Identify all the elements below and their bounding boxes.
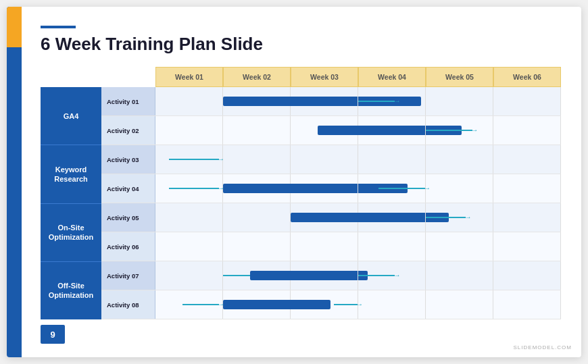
activity-row-3: Activity 03	[101, 145, 561, 174]
week-header-2: Week 02	[223, 67, 291, 87]
week-cell-7-4	[358, 261, 426, 290]
week-cell-3-4	[358, 145, 426, 174]
week-cell-6-4	[358, 232, 426, 261]
gantt-arrow-8a	[182, 304, 219, 305]
week-cell-5-4	[358, 203, 426, 232]
week-cell-3-2	[223, 145, 291, 174]
activity-row-2: Activity 02	[101, 116, 561, 145]
category-onsite: On-SiteOptimization	[41, 204, 101, 262]
week-cell-3-3	[291, 145, 358, 174]
week-cell-7-1	[155, 261, 223, 290]
activity-label-2: Activity 02	[101, 116, 155, 145]
week-cell-1-5	[426, 87, 493, 115]
activity-row-4: Activity 04	[101, 174, 561, 203]
week-cell-2-2	[223, 116, 291, 145]
activity-label-4: Activity 04	[101, 174, 155, 203]
week-cell-8-2	[223, 290, 291, 319]
activity-rows: Activity 01	[101, 87, 561, 319]
week-header-5: Week 05	[426, 67, 493, 87]
week-header-3: Week 03	[291, 67, 358, 87]
week-cell-5-6	[493, 203, 561, 232]
week-cell-7-5	[426, 261, 493, 290]
week-cell-8-5	[426, 290, 493, 319]
gantt-arrow-3	[169, 159, 219, 160]
page-number: 9	[41, 325, 65, 344]
week-cell-8-6	[493, 290, 561, 319]
week-cell-4-5	[426, 174, 493, 203]
gantt-arrow-1	[358, 101, 395, 102]
week-header-spacer	[101, 67, 155, 87]
content: 6 Week Training Plan Slide GA4 KeywordRe…	[22, 7, 581, 357]
week-cell-1-6	[493, 87, 561, 115]
week-cell-6-3	[291, 232, 358, 261]
week-cell-2-3	[291, 116, 358, 145]
week-cell-1-3	[291, 87, 358, 115]
week-cell-4-1	[155, 174, 223, 203]
week-cell-3-5	[426, 145, 493, 174]
activity-label-8: Activity 08	[101, 290, 155, 319]
title-underline	[41, 26, 76, 28]
category-spacer	[41, 67, 101, 87]
week-cell-3-6	[493, 145, 561, 174]
week-cell-5-3	[291, 203, 358, 232]
category-column: GA4 KeywordResearch On-SiteOptimization …	[41, 67, 101, 319]
activity-label-1: Activity 01	[101, 87, 155, 115]
left-bar	[7, 7, 22, 357]
activity-row-7: Activity 07	[101, 261, 561, 290]
week-cell-3-1	[155, 145, 223, 174]
gantt-arrow-4a	[169, 188, 219, 189]
left-bar-accent	[7, 7, 22, 47]
gantt-wrapper: GA4 KeywordResearch On-SiteOptimization …	[41, 67, 561, 319]
week-cell-6-6	[493, 232, 561, 261]
gantt-arrow-7b	[358, 275, 395, 276]
gantt-grid: Week 01 Week 02 Week 03 Week 04 Week 05 …	[101, 67, 561, 319]
activity-row-8: Activity 08	[101, 290, 561, 319]
slide-title: 6 Week Training Plan Slide	[41, 34, 561, 55]
week-cell-6-1	[155, 232, 223, 261]
gantt-arrow-7a	[223, 275, 250, 276]
week-cell-4-3	[291, 174, 358, 203]
week-cell-2-5	[426, 116, 493, 145]
week-cell-6-5	[426, 232, 493, 261]
week-cell-1-4	[358, 87, 426, 115]
activity-row-6: Activity 06	[101, 232, 561, 261]
week-cell-6-2	[223, 232, 291, 261]
activity-label-3: Activity 03	[101, 145, 155, 174]
week-cell-5-2	[223, 203, 291, 232]
gantt-arrow-4b	[378, 188, 425, 189]
week-cell-1-1	[155, 87, 223, 115]
activity-label-7: Activity 07	[101, 261, 155, 290]
category-offsite: Off-SiteOptimization	[41, 262, 101, 319]
week-cell-4-2	[223, 174, 291, 203]
gantt-arrow-2	[426, 130, 472, 131]
week-cell-8-3	[291, 290, 358, 319]
week-cell-5-5	[426, 203, 493, 232]
week-cell-7-3	[291, 261, 358, 290]
week-cell-7-2	[223, 261, 291, 290]
bottom-section: 9	[41, 325, 561, 344]
week-cell-5-1	[155, 203, 223, 232]
week-cell-2-1	[155, 116, 223, 145]
activity-row-1: Activity 01	[101, 87, 561, 116]
week-cell-7-6	[493, 261, 561, 290]
activity-label-6: Activity 06	[101, 232, 155, 261]
week-header-1: Week 01	[155, 67, 223, 87]
week-cell-2-6	[493, 116, 561, 145]
week-cell-2-4	[358, 116, 426, 145]
week-cell-8-1	[155, 290, 223, 319]
activity-label-5: Activity 05	[101, 203, 155, 232]
week-header-4: Week 04	[358, 67, 426, 87]
category-keyword: KeywordResearch	[41, 145, 101, 203]
slide: 6 Week Training Plan Slide GA4 KeywordRe…	[7, 7, 581, 357]
week-header-6: Week 06	[493, 67, 561, 87]
gantt-arrow-5	[426, 217, 466, 218]
gantt-arrow-8b	[334, 304, 358, 305]
category-ga4: GA4	[41, 87, 101, 145]
week-cell-1-2	[223, 87, 291, 115]
week-headers: Week 01 Week 02 Week 03 Week 04 Week 05 …	[101, 67, 561, 87]
title-section: 6 Week Training Plan Slide	[41, 26, 561, 55]
watermark: SLIDEMODEL.COM	[514, 344, 572, 350]
week-cell-8-4	[358, 290, 426, 319]
week-cell-4-4	[358, 174, 426, 203]
week-cell-4-6	[493, 174, 561, 203]
